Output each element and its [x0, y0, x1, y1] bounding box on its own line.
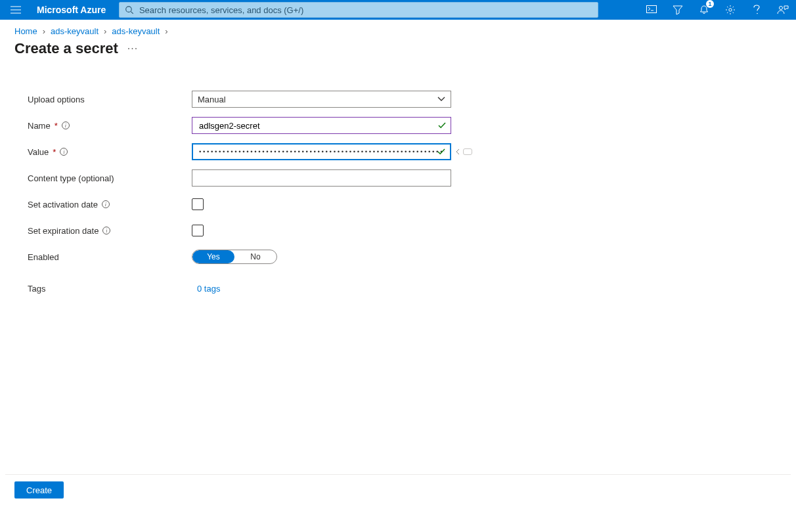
- chevron-right-icon: ›: [104, 26, 106, 36]
- search-input[interactable]: [138, 5, 592, 16]
- global-search[interactable]: [119, 2, 598, 18]
- value-masked: ••••••••••••••••••••••••••••••••••••••••…: [198, 148, 445, 155]
- svg-rect-2: [647, 6, 657, 13]
- directory-filter-button[interactable]: [665, 0, 691, 20]
- activation-date-checkbox[interactable]: [192, 198, 204, 210]
- svg-point-4: [757, 13, 758, 14]
- more-actions-button[interactable]: ···: [127, 43, 138, 55]
- chevron-down-icon: [437, 96, 445, 102]
- tags-link[interactable]: 0 tags: [192, 284, 220, 294]
- brand-label: Microsoft Azure: [32, 5, 115, 15]
- page-header: Create a secret ···: [0, 36, 796, 57]
- notification-badge: 1: [706, 0, 714, 8]
- page-title: Create a secret: [14, 40, 118, 57]
- search-icon: [125, 5, 134, 14]
- filter-icon: [673, 5, 683, 15]
- upload-options-value: Manual: [198, 95, 226, 104]
- required-mark: *: [53, 147, 56, 157]
- info-icon[interactable]: i: [102, 227, 110, 234]
- create-secret-form: Upload options Manual Name * i Value * i: [0, 57, 796, 301]
- info-icon[interactable]: i: [62, 122, 70, 129]
- enabled-no[interactable]: No: [234, 250, 276, 263]
- required-mark: *: [55, 121, 58, 131]
- top-actions: 1: [638, 0, 796, 20]
- page-footer: Create: [5, 474, 791, 505]
- value-label: Value * i: [28, 147, 192, 157]
- help-button[interactable]: [743, 0, 770, 20]
- svg-point-0: [126, 7, 132, 12]
- name-input-wrapper: [192, 117, 451, 134]
- expiration-date-checkbox[interactable]: [192, 225, 204, 236]
- hamburger-menu[interactable]: [0, 0, 32, 20]
- top-bar: Microsoft Azure 1: [0, 0, 796, 20]
- chevron-left-icon: [455, 148, 460, 155]
- chevron-right-icon: ›: [165, 26, 167, 36]
- breadcrumb-keyvault-1[interactable]: ads-keyvault: [51, 26, 99, 36]
- name-input[interactable]: [198, 120, 432, 131]
- settings-button[interactable]: [717, 0, 743, 20]
- content-type-input-wrapper: [192, 169, 451, 187]
- feedback-button[interactable]: [770, 0, 796, 20]
- expiration-date-label: Set expiration date i: [28, 226, 192, 236]
- info-icon[interactable]: i: [60, 148, 68, 156]
- upload-options-label: Upload options: [28, 95, 192, 104]
- value-overflow-indicator: [455, 148, 472, 155]
- breadcrumb-home[interactable]: Home: [14, 26, 37, 36]
- svg-line-1: [131, 12, 133, 14]
- info-icon[interactable]: i: [102, 200, 110, 208]
- tags-label: Tags: [28, 284, 192, 294]
- help-icon: [752, 5, 761, 15]
- content-type-label: Content type (optional): [28, 173, 192, 183]
- notifications-button[interactable]: 1: [691, 0, 717, 20]
- create-button[interactable]: Create: [14, 481, 64, 499]
- check-icon: [437, 147, 446, 156]
- svg-point-5: [780, 7, 783, 10]
- check-icon: [437, 121, 447, 130]
- breadcrumb-keyvault-2[interactable]: ads-keyvault: [112, 26, 160, 36]
- person-feedback-icon: [777, 5, 789, 15]
- cloud-shell-button[interactable]: [638, 0, 665, 20]
- enabled-label: Enabled: [28, 252, 192, 262]
- chevron-right-icon: ›: [43, 26, 45, 36]
- hamburger-icon: [11, 6, 21, 14]
- upload-options-select[interactable]: Manual: [192, 91, 451, 108]
- name-label: Name * i: [28, 121, 192, 131]
- cloud-shell-icon: [646, 5, 657, 14]
- content-type-input[interactable]: [198, 173, 432, 184]
- enabled-yes[interactable]: Yes: [192, 250, 234, 263]
- gear-icon: [725, 5, 736, 15]
- svg-point-3: [729, 9, 732, 11]
- value-input[interactable]: ••••••••••••••••••••••••••••••••••••••••…: [192, 143, 451, 160]
- enabled-toggle[interactable]: Yes No: [192, 250, 277, 264]
- activation-date-label: Set activation date i: [28, 200, 192, 210]
- breadcrumb: Home › ads-keyvault › ads-keyvault ›: [0, 20, 796, 36]
